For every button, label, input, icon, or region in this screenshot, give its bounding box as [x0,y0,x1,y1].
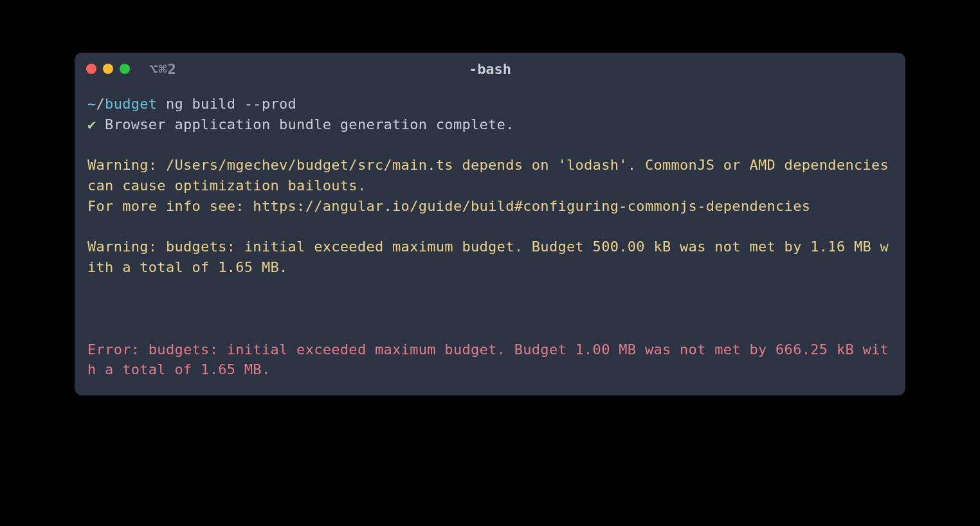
close-icon[interactable] [86,64,96,74]
blank-line [87,216,893,237]
tab-indicator: ⌥⌘2 [149,61,177,77]
maximize-icon[interactable] [120,64,130,74]
titlebar: ⌥⌘2 -bash [75,53,905,85]
terminal-body[interactable]: ~/budget ng build --prod ✔ Browser appli… [75,85,905,395]
error-line-1: Error: budgets: initial exceeded maximum… [87,340,893,380]
check-icon: ✔ [87,116,96,132]
command-text: ng build --prod [157,96,296,112]
terminal-window: ⌥⌘2 -bash ~/budget ng build --prod ✔ Bro… [75,53,905,395]
traffic-lights [86,64,130,74]
complete-text: Browser application bundle generation co… [96,116,514,132]
complete-line: ✔ Browser application bundle generation … [87,114,893,135]
prompt-dir: budget [105,96,157,112]
warning-line-1: Warning: /Users/mgechev/budget/src/main.… [87,155,893,195]
blank-line [87,319,893,340]
blank-line [87,134,893,155]
warning-line-2: Warning: budgets: initial exceeded maxim… [87,237,893,277]
blank-line [87,278,893,298]
blank-line [87,298,893,319]
window-title: -bash [469,61,511,77]
prompt-slash: / [96,96,105,112]
prompt-line: ~/budget ng build --prod [87,94,893,114]
warning-line-1-extra: For more info see: https://angular.io/gu… [87,196,893,217]
minimize-icon[interactable] [103,64,113,74]
prompt-tilde: ~ [87,96,96,112]
